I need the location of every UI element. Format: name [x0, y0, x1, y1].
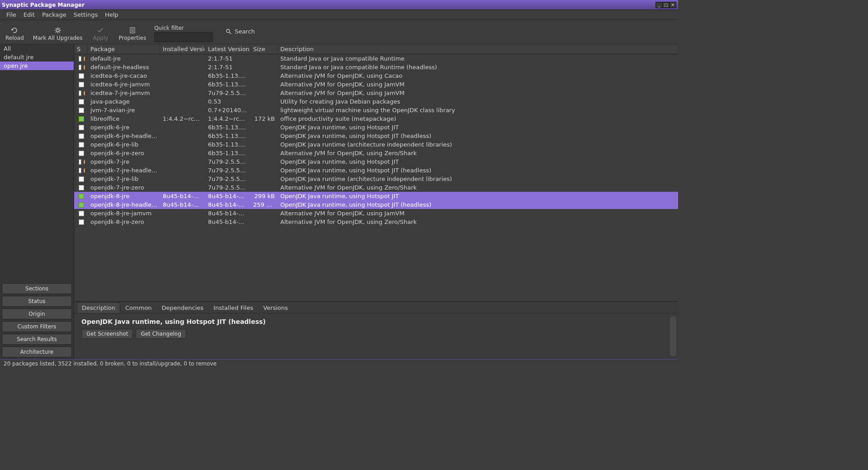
sidebar-button-sections[interactable]: Sections: [2, 283, 72, 294]
maximize-button[interactable]: □: [662, 2, 670, 8]
status-checkbox[interactable]: [79, 99, 84, 104]
sidebar-button-origin[interactable]: Origin: [2, 309, 72, 319]
status-checkbox[interactable]: [79, 159, 81, 165]
close-button[interactable]: ✕: [669, 2, 676, 8]
get-screenshot-button[interactable]: Get Screenshot: [81, 329, 133, 339]
search-button[interactable]: Search: [222, 26, 259, 37]
status-checkbox[interactable]: [79, 219, 84, 225]
column-header-description[interactable]: Description: [278, 44, 678, 54]
sidebar-button-search-results[interactable]: Search Results: [2, 334, 72, 345]
mark-all-upgrades-button[interactable]: Mark All Upgrades: [30, 26, 85, 42]
package-latest-version: 8u45-b14-1~14.: [205, 201, 250, 208]
package-row[interactable]: openjdk-8-jre-jamvm8u45-b14-1~14.Alterna…: [74, 209, 678, 218]
package-row[interactable]: icedtea-6-jre-jamvm6b35-1.13.7-1ubAltern…: [74, 80, 678, 89]
package-description: Alternative JVM for OpenJDK, using Zero/…: [278, 184, 678, 191]
status-checkbox[interactable]: [79, 133, 84, 139]
content-area: S Package Installed Versic Latest Versio…: [74, 44, 678, 359]
search-label: Search: [235, 28, 255, 35]
package-latest-version: 8u45-b14-1~14.: [205, 218, 250, 225]
sidebar-category-item[interactable]: All: [0, 44, 74, 53]
properties-button[interactable]: Properties: [116, 26, 149, 42]
get-changelog-button[interactable]: Get Changelog: [136, 329, 186, 339]
status-checkbox[interactable]: [79, 168, 81, 173]
svg-point-13: [226, 29, 230, 32]
package-row[interactable]: openjdk-7-jre-lib7u79-2.5.5-0ubuOpenJDK …: [74, 175, 678, 183]
detail-tab-description[interactable]: Description: [77, 302, 120, 313]
apply-button[interactable]: Apply: [89, 26, 112, 42]
package-latest-version: 6b35-1.13.7-1ub: [205, 150, 250, 157]
package-row[interactable]: openjdk-8-jre8u45-b14-1~14.8u45-b14-1~14…: [74, 192, 678, 200]
search-icon: [226, 28, 232, 35]
package-name: openjdk-7-jre-lib: [88, 176, 160, 182]
status-text: 20 packages listed, 3522 installed, 0 br…: [4, 361, 217, 367]
detail-tab-versions[interactable]: Versions: [258, 302, 293, 313]
status-checkbox[interactable]: [79, 56, 81, 62]
sidebar-button-architecture[interactable]: Architecture: [2, 347, 72, 357]
detail-tab-installed-files[interactable]: Installed Files: [208, 302, 258, 313]
status-checkbox[interactable]: [79, 202, 84, 208]
package-row[interactable]: openjdk-6-jre6b35-1.13.7-1ubOpenJDK Java…: [74, 123, 678, 132]
package-list[interactable]: default-jre2:1.7-51Standard Java or Java…: [74, 54, 678, 301]
package-row[interactable]: openjdk-7-jre-headless7u79-2.5.5-0ubuOpe…: [74, 166, 678, 175]
quick-filter-label: Quick filter: [154, 25, 213, 31]
package-description: Utility for creating Java Debian package…: [278, 98, 678, 105]
package-row[interactable]: icedtea-7-jre-jamvm7u79-2.5.5-0ubuAltern…: [74, 89, 678, 97]
status-checkbox[interactable]: [79, 151, 84, 156]
status-checkbox[interactable]: [79, 116, 84, 122]
status-checkbox[interactable]: [79, 82, 84, 87]
supported-icon: [84, 65, 85, 70]
gear-icon: [54, 27, 61, 34]
package-row[interactable]: openjdk-8-jre-zero8u45-b14-1~14.Alternat…: [74, 218, 678, 226]
column-header-size[interactable]: Size: [250, 44, 278, 54]
detail-scrollbar[interactable]: [670, 316, 676, 356]
detail-tabs: DescriptionCommonDependenciesInstalled F…: [74, 302, 678, 313]
package-row[interactable]: libreoffice1:4.4.2~rc2-0ub1:4.4.2~rc2-0u…: [74, 114, 678, 123]
status-checkbox[interactable]: [79, 185, 84, 190]
svg-line-7: [56, 32, 57, 33]
sidebar-button-custom-filters[interactable]: Custom Filters: [2, 321, 72, 332]
package-row[interactable]: jvm-7-avian-jre0.7+20140401-1lightweight…: [74, 106, 678, 114]
minimize-button[interactable]: _: [656, 2, 663, 8]
menu-package[interactable]: Package: [38, 10, 70, 19]
menubar: FileEditPackageSettingsHelp: [0, 10, 678, 20]
package-row[interactable]: openjdk-6-jre-lib6b35-1.13.7-1ubOpenJDK …: [74, 140, 678, 149]
detail-tab-dependencies[interactable]: Dependencies: [157, 302, 209, 313]
package-latest-version: 6b35-1.13.7-1ub: [205, 81, 250, 88]
status-checkbox[interactable]: [79, 65, 81, 70]
sidebar-category-item[interactable]: open jre: [0, 62, 74, 70]
package-row[interactable]: openjdk-8-jre-headless8u45-b14-1~14.8u45…: [74, 200, 678, 209]
status-checkbox[interactable]: [79, 176, 84, 182]
package-row[interactable]: openjdk-6-jre-headless6b35-1.13.7-1ubOpe…: [74, 132, 678, 140]
package-row[interactable]: default-jre2:1.7-51Standard Java or Java…: [74, 54, 678, 63]
reload-button[interactable]: Reload: [3, 26, 27, 42]
menu-help[interactable]: Help: [101, 10, 122, 19]
status-checkbox[interactable]: [79, 142, 84, 147]
status-checkbox[interactable]: [79, 90, 81, 96]
package-row[interactable]: openjdk-6-jre-zero6b35-1.13.7-1ubAlterna…: [74, 149, 678, 157]
sidebar-category-item[interactable]: default jre: [0, 53, 74, 62]
sidebar-button-status[interactable]: Status: [2, 296, 72, 307]
column-header-installed-version[interactable]: Installed Versic: [160, 44, 205, 54]
package-row[interactable]: java-package0.53Utility for creating Jav…: [74, 97, 678, 106]
menu-file[interactable]: File: [3, 10, 20, 19]
column-header-status[interactable]: S: [74, 44, 88, 54]
package-latest-version: 7u79-2.5.5-0ubu: [205, 158, 250, 165]
menu-settings[interactable]: Settings: [70, 10, 101, 19]
status-checkbox[interactable]: [79, 108, 84, 113]
menu-edit[interactable]: Edit: [20, 10, 38, 19]
package-row[interactable]: default-jre-headless2:1.7-51Standard Jav…: [74, 63, 678, 71]
package-name: openjdk-8-jre: [88, 193, 160, 199]
quick-filter-input[interactable]: [154, 32, 213, 42]
package-name: default-jre-headless: [88, 64, 160, 71]
svg-point-0: [57, 29, 59, 32]
column-header-latest-version[interactable]: Latest Version: [205, 44, 250, 54]
detail-tab-common[interactable]: Common: [120, 302, 157, 313]
package-row[interactable]: openjdk-7-jre-zero7u79-2.5.5-0ubuAlterna…: [74, 183, 678, 192]
package-row[interactable]: icedtea-6-jre-cacao6b35-1.13.7-1ubAltern…: [74, 71, 678, 80]
column-header-package[interactable]: Package: [88, 44, 160, 54]
status-checkbox[interactable]: [79, 194, 84, 199]
status-checkbox[interactable]: [79, 125, 84, 130]
package-row[interactable]: openjdk-7-jre7u79-2.5.5-0ubuOpenJDK Java…: [74, 157, 678, 166]
status-checkbox[interactable]: [79, 73, 84, 79]
status-checkbox[interactable]: [79, 211, 84, 216]
